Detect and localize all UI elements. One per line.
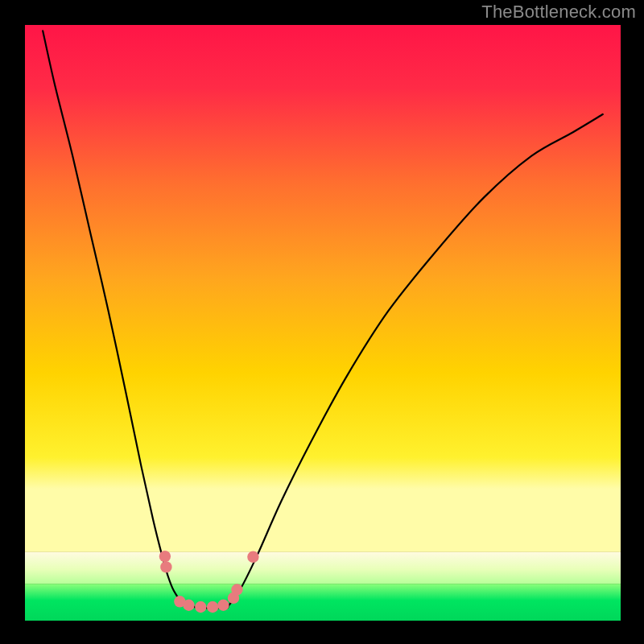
bottleneck-chart: [0, 0, 644, 644]
data-marker: [159, 551, 171, 562]
data-marker: [231, 584, 242, 595]
data-marker: [207, 601, 218, 613]
figure: TheBottleneck.com: [0, 0, 644, 644]
pale-band: [25, 552, 621, 584]
data-marker: [217, 600, 229, 611]
data-marker: [195, 601, 206, 613]
plot-area: [25, 25, 621, 621]
data-marker: [183, 600, 194, 611]
green-band: [25, 584, 621, 621]
data-marker: [160, 561, 171, 572]
gradient-bg: [25, 25, 621, 552]
watermark-text: TheBottleneck.com: [481, 2, 636, 23]
data-marker: [247, 551, 258, 563]
